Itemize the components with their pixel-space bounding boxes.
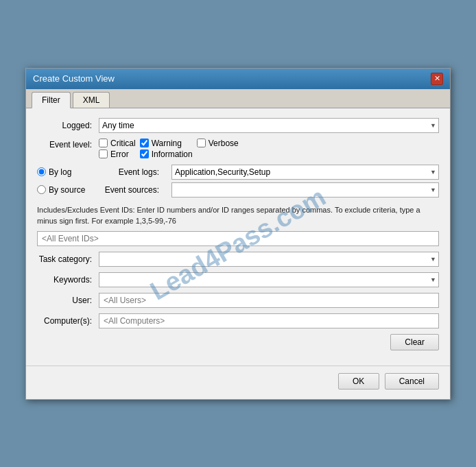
- by-source-radio[interactable]: [37, 185, 46, 194]
- by-log-radio-item: By log: [37, 167, 99, 177]
- error-label: Error: [110, 149, 129, 159]
- task-category-row: Task category:: [37, 252, 439, 267]
- by-source-label: By source: [49, 185, 85, 195]
- filter-content: Logged: Any time Event level: Critical: [26, 108, 450, 366]
- task-category-label: Task category:: [37, 254, 99, 264]
- computers-label: Computer(s):: [37, 316, 99, 326]
- event-logs-select[interactable]: Application,Security,Setup: [171, 165, 439, 180]
- task-category-select[interactable]: [99, 252, 439, 267]
- checkbox-error: Error: [99, 149, 136, 159]
- bottom-buttons: OK Cancel: [26, 366, 450, 399]
- keywords-row: Keywords:: [37, 272, 439, 287]
- tab-xml[interactable]: XML: [73, 92, 110, 108]
- checkbox-verbose: Verbose: [197, 139, 239, 148]
- event-logs-select-wrapper: Application,Security,Setup: [171, 165, 439, 180]
- verbose-label: Verbose: [209, 139, 239, 148]
- event-level-row: Event level: Critical Warning Verbose: [37, 139, 439, 159]
- information-checkbox[interactable]: [140, 149, 149, 158]
- keywords-select-wrapper: [99, 272, 439, 287]
- event-sources-select[interactable]: [171, 182, 439, 197]
- information-label: Information: [152, 149, 193, 159]
- event-logs-label: Event logs:: [104, 167, 166, 177]
- warning-label: Warning: [152, 139, 182, 148]
- by-source-row: By source Event sources:: [37, 182, 439, 197]
- error-checkbox[interactable]: [99, 149, 108, 158]
- user-row: User:: [37, 293, 439, 308]
- event-level-checkboxes: Critical Warning Verbose Error: [99, 139, 243, 159]
- dialog-window: Create Custom View ✕ Lead4Pass.com Filte…: [25, 68, 451, 400]
- critical-checkbox[interactable]: [99, 139, 108, 147]
- event-sources-label: Event sources:: [104, 185, 166, 195]
- tab-filter[interactable]: Filter: [32, 92, 71, 108]
- clear-row: Clear: [37, 334, 439, 350]
- by-source-radio-item: By source: [37, 185, 99, 195]
- logged-select[interactable]: Any time: [99, 118, 439, 133]
- event-level-label: Event level:: [37, 139, 99, 149]
- verbose-checkbox[interactable]: [197, 139, 206, 147]
- by-log-radio[interactable]: [37, 167, 46, 176]
- title-bar: Create Custom View ✕: [26, 69, 450, 89]
- event-ids-row: [37, 231, 439, 246]
- checkbox-warning: Warning: [140, 139, 193, 148]
- event-sources-select-wrapper: [171, 182, 439, 197]
- logged-select-wrapper: Any time: [99, 118, 439, 133]
- dialog-title: Create Custom View: [33, 73, 115, 84]
- tab-bar: Filter XML: [26, 89, 450, 108]
- cancel-button[interactable]: Cancel: [385, 373, 439, 390]
- user-input[interactable]: [99, 293, 439, 308]
- keywords-select[interactable]: [99, 272, 439, 287]
- by-log-row: By log Event logs: Application,Security,…: [37, 165, 439, 180]
- checkbox-information: Information: [140, 149, 193, 159]
- logged-row: Logged: Any time: [37, 118, 439, 133]
- log-source-section: By log Event logs: Application,Security,…: [37, 165, 439, 197]
- computers-input[interactable]: [99, 313, 439, 328]
- warning-checkbox[interactable]: [140, 139, 149, 147]
- critical-label: Critical: [110, 139, 136, 148]
- close-button[interactable]: ✕: [431, 73, 443, 85]
- ok-button[interactable]: OK: [338, 373, 379, 390]
- logged-label: Logged:: [37, 121, 99, 130]
- description-text: Includes/Excludes Event IDs: Enter ID nu…: [37, 204, 439, 227]
- checkbox-critical: Critical: [99, 139, 136, 148]
- user-label: User:: [37, 296, 99, 305]
- computers-row: Computer(s):: [37, 313, 439, 328]
- keywords-label: Keywords:: [37, 275, 99, 285]
- event-ids-input[interactable]: [37, 231, 439, 246]
- task-category-select-wrapper: [99, 252, 439, 267]
- by-log-label: By log: [49, 167, 71, 177]
- clear-button[interactable]: Clear: [390, 334, 439, 350]
